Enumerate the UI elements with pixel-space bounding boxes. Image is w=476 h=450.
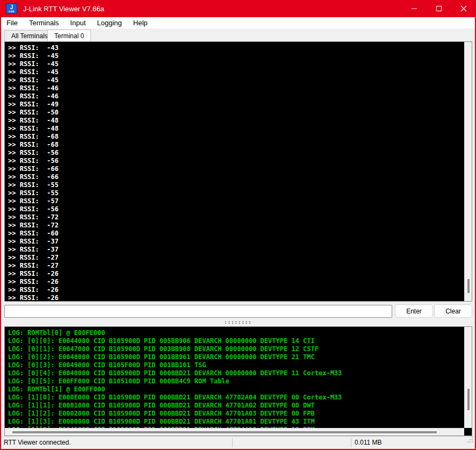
connection-status: RTT Viewer connected. bbox=[4, 439, 71, 446]
scrollbar-corner bbox=[464, 428, 472, 435]
close-button[interactable] bbox=[451, 0, 476, 17]
menubar: File Terminals Input Logging Help bbox=[1, 17, 475, 28]
terminal-vscrollbar[interactable] bbox=[464, 42, 472, 301]
minimize-icon bbox=[411, 5, 417, 12]
terminal-input[interactable] bbox=[4, 305, 392, 318]
terminal-vscroll-thumb[interactable] bbox=[467, 279, 470, 293]
close-icon bbox=[460, 5, 467, 12]
log-hscrollbar[interactable] bbox=[5, 428, 464, 435]
statusbar: RTT Viewer connected. 0.011 MB bbox=[1, 436, 475, 449]
log-hscroll-thumb[interactable] bbox=[12, 431, 437, 433]
terminal-console: >> RSSI: -43 >> RSSI: -45 >> RSSI: -45 >… bbox=[4, 41, 472, 302]
app-window: J Link J-Link RTT Viewer V7.66a File Ter… bbox=[0, 0, 476, 450]
menu-logging[interactable]: Logging bbox=[93, 18, 126, 28]
terminal-tabstrip: All Terminals Terminal 0 bbox=[1, 28, 475, 41]
window-title: J-Link RTT Viewer V7.66a bbox=[23, 5, 402, 13]
resize-grip-icon[interactable] bbox=[467, 441, 468, 442]
titlebar: J Link J-Link RTT Viewer V7.66a bbox=[0, 0, 476, 17]
tab-terminal-0[interactable]: Terminal 0 bbox=[47, 30, 91, 41]
clear-button[interactable]: Clear bbox=[434, 304, 472, 318]
splitter-handle-icon: :::::::: bbox=[224, 320, 251, 324]
menu-terminals[interactable]: Terminals bbox=[25, 18, 63, 28]
terminal-output: >> RSSI: -43 >> RSSI: -45 >> RSSI: -45 >… bbox=[5, 42, 59, 302]
splitter-handle[interactable]: :::::::: bbox=[1, 318, 475, 326]
jlink-icon-word: Link bbox=[9, 10, 14, 13]
maximize-icon bbox=[436, 5, 442, 12]
maximize-button[interactable] bbox=[427, 0, 451, 17]
log-vscroll-thumb[interactable] bbox=[467, 389, 470, 410]
enter-button[interactable]: Enter bbox=[395, 304, 433, 318]
status-divider bbox=[351, 438, 351, 447]
minimize-button[interactable] bbox=[402, 0, 427, 17]
menu-file[interactable]: File bbox=[2, 18, 22, 28]
log-output: LOG: ROMTbl[0] @ E00FE000 LOG: [0][0]: E… bbox=[5, 327, 342, 434]
jlink-app-icon: J Link bbox=[6, 3, 17, 14]
menu-help[interactable]: Help bbox=[129, 18, 152, 28]
jlink-icon-letter: J bbox=[10, 5, 13, 10]
log-vscrollbar[interactable] bbox=[464, 327, 472, 428]
log-console: LOG: ROMTbl[0] @ E00FE000 LOG: [0][0]: E… bbox=[4, 326, 472, 436]
status-divider bbox=[232, 438, 233, 447]
menu-input[interactable]: Input bbox=[66, 18, 90, 28]
data-size-label: 0.011 MB bbox=[355, 439, 381, 446]
